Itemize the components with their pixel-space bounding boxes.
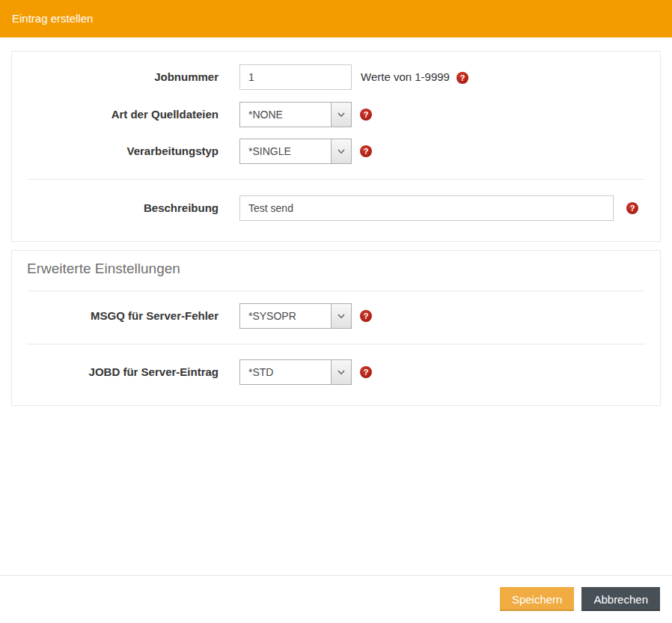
- verarbeitungstyp-label: Verarbeitungstyp: [12, 139, 219, 164]
- basic-settings-card: Jobnummer Werte von 1-9999 ? Art der Que…: [11, 51, 661, 242]
- msgq-label: MSGQ für Server-Fehler: [12, 303, 219, 329]
- help-icon[interactable]: ?: [360, 145, 372, 157]
- msgq-select-value: *SYSOPR: [248, 304, 296, 328]
- jobd-select[interactable]: *STD: [239, 359, 352, 385]
- quelldateien-label: Art der Quelldateien: [12, 102, 219, 127]
- section-divider: [27, 344, 645, 344]
- quelldateien-select[interactable]: *NONE: [239, 102, 352, 127]
- section-divider: [27, 179, 645, 180]
- dialog-title: Eintrag erstellen: [12, 0, 93, 37]
- jobd-select-value: *STD: [248, 360, 273, 384]
- dialog-header: Eintrag erstellen: [0, 0, 672, 37]
- beschreibung-label: Beschreibung: [12, 195, 219, 221]
- verarbeitungstyp-select[interactable]: *SINGLE: [239, 139, 352, 164]
- quelldateien-select-value: *NONE: [248, 103, 283, 127]
- chevron-down-icon: [331, 304, 351, 328]
- heading-underline: [27, 291, 645, 291]
- chevron-down-icon: [331, 103, 351, 127]
- help-icon[interactable]: ?: [626, 202, 638, 214]
- footer-buttons: Speichern Abbrechen: [500, 587, 660, 611]
- jobnummer-label: Jobnummer: [12, 64, 219, 90]
- help-icon[interactable]: ?: [360, 109, 372, 121]
- help-icon[interactable]: ?: [360, 366, 372, 378]
- chevron-down-icon: [331, 360, 351, 384]
- jobnummer-range-note: Werte von 1-9999: [361, 64, 450, 90]
- advanced-settings-card: Erweiterte Einstellungen MSGQ für Server…: [11, 250, 661, 406]
- beschreibung-input[interactable]: [239, 195, 614, 221]
- cancel-button[interactable]: Abbrechen: [581, 587, 660, 611]
- chevron-down-icon: [331, 139, 351, 163]
- help-icon[interactable]: ?: [360, 310, 372, 322]
- jobnummer-input[interactable]: [239, 64, 352, 90]
- advanced-settings-heading: Erweiterte Einstellungen: [27, 261, 180, 277]
- footer-divider: [0, 575, 672, 576]
- jobd-label: JOBD für Server-Eintrag: [12, 359, 219, 385]
- save-button[interactable]: Speichern: [500, 587, 575, 611]
- verarbeitungstyp-select-value: *SINGLE: [248, 139, 291, 163]
- help-icon[interactable]: ?: [456, 72, 468, 84]
- msgq-select[interactable]: *SYSOPR: [239, 303, 352, 329]
